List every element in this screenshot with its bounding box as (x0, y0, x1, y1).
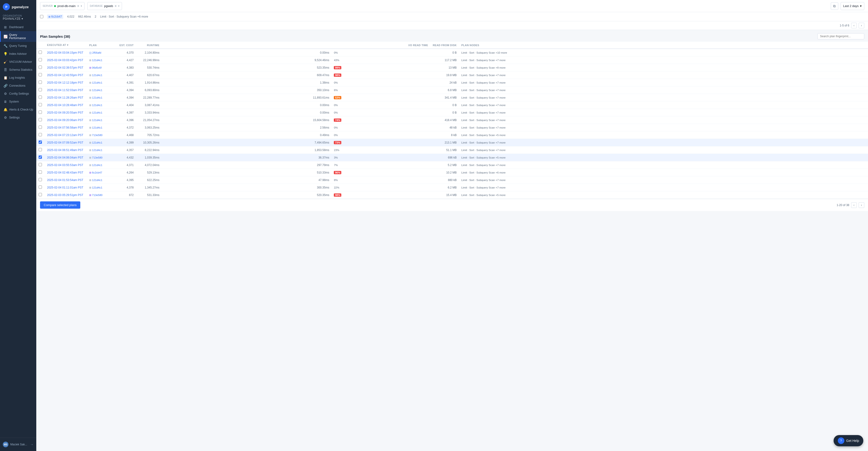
sidebar-item-alerts[interactable]: 🔔 Alerts & Check-Up (0, 106, 36, 114)
row-checkbox[interactable] (39, 58, 42, 61)
row-checkbox[interactable] (39, 193, 42, 196)
sidebar-item-vacuum-advisor[interactable]: 🧹 VACUUM Advisor (0, 58, 36, 66)
executed-at-link[interactable]: 2025-02-04 02:39:57pm PST (47, 66, 83, 69)
executed-at-link[interactable]: 2025-02-04 11:28:26am PST (47, 96, 83, 99)
plan-id-link[interactable]: 121d4c1 (92, 96, 102, 99)
db-close-icon[interactable]: ✕ (115, 4, 117, 8)
row-checkbox[interactable] (39, 88, 42, 91)
plan-id-link[interactable]: 2f56afd (92, 51, 101, 54)
plan-id-link[interactable]: 121d4c1 (92, 104, 102, 107)
plan-id-link[interactable]: 121d4c1 (92, 81, 102, 84)
executed-at-link[interactable]: 2025-02-04 07:09:52am PST (47, 141, 83, 144)
plan-id-link[interactable]: 121d4c1 (92, 141, 102, 144)
io-pct-text: 7% (334, 164, 338, 167)
executed-at-link[interactable]: 2025-02-04 03:04:15pm PST (47, 51, 83, 54)
executed-at-link[interactable]: 2025-02-04 03:03:42pm PST (47, 59, 83, 62)
plan-id-link[interactable]: 121d4c1 (92, 59, 102, 62)
nodes-text: Limit · Sort · Subquery Scan +7 more (461, 96, 506, 99)
executed-at-link[interactable]: 2025-02-04 01:53:54am PST (47, 178, 83, 182)
logout-icon[interactable]: → (30, 443, 33, 446)
plan-id-link[interactable]: 713e580 (92, 134, 102, 137)
server-close-icon[interactable]: ✕ (77, 4, 80, 8)
sidebar-logo[interactable]: P pganalyze (0, 0, 36, 13)
row-checkbox[interactable] (39, 148, 42, 151)
executed-at-link[interactable]: 2025-02-04 10:28:48am PST (47, 103, 83, 107)
executed-at-link[interactable]: 2025-02-03 05:29:51pm PST (47, 193, 83, 197)
row-io-time: 297.79ms (162, 161, 332, 169)
row-checkbox[interactable] (39, 118, 42, 121)
row-checkbox[interactable] (39, 125, 42, 129)
sidebar-user[interactable]: MS Maciek Sak... → (0, 440, 36, 449)
sidebar-item-connections[interactable]: 🔗 Connections (0, 82, 36, 90)
db-dropdown-icon[interactable]: ▾ (118, 5, 119, 7)
compare-selected-plans-button[interactable]: Compare selected plans (40, 201, 80, 209)
next-page-button[interactable]: › (859, 23, 864, 28)
executed-at-link[interactable]: 2025-02-04 12:43:55pm PST (47, 73, 83, 77)
plan-search-input[interactable] (817, 33, 864, 39)
prev-page-button[interactable]: ‹ (851, 23, 857, 28)
row-checkbox[interactable] (39, 81, 42, 84)
plan-id-link[interactable]: 121d4c1 (92, 179, 102, 181)
plan-id-link[interactable]: 6c2cb47 (92, 171, 102, 174)
row-checkbox[interactable] (39, 163, 42, 166)
plan-id-link[interactable]: 121d4c1 (92, 164, 102, 167)
row-checkbox[interactable] (39, 73, 42, 76)
sidebar-item-query-tuning[interactable]: 🔧 Query Tuning (0, 42, 36, 50)
time-range-selector[interactable]: Last 2 days ▾ (841, 2, 865, 10)
server-dropdown-icon[interactable]: ▾ (81, 5, 82, 7)
sidebar-item-settings[interactable]: ⚙ Settings (0, 114, 36, 122)
executed-at-link[interactable]: 2025-02-04 04:06:04am PST (47, 156, 83, 159)
row-io-pct: 53% (332, 94, 430, 101)
executed-at-link[interactable]: 2025-02-04 09:20:06am PST (47, 119, 83, 122)
plan-id-link[interactable]: 121d4c1 (92, 119, 102, 122)
row-checkbox[interactable] (39, 103, 42, 106)
plan-id-badge: ⊞ 121d4c1 (89, 74, 102, 77)
sidebar-item-schema-statistics[interactable]: 🗄 Schema Statistics (0, 66, 36, 74)
row-checkbox[interactable] (39, 155, 42, 159)
row-checkbox[interactable] (39, 66, 42, 69)
plan-id-link[interactable]: 06d5c6f (92, 66, 102, 69)
executed-at-link[interactable]: 2025-02-04 12:12:18pm PST (47, 81, 83, 84)
row-checkbox[interactable] (39, 141, 42, 144)
plan-id-link[interactable]: 121d4c1 (92, 89, 102, 92)
plan-id-link[interactable]: 121d4c1 (92, 186, 102, 189)
row-checkbox[interactable] (39, 171, 42, 174)
executed-at-link[interactable]: 2025-02-04 11:52:03am PST (47, 89, 83, 92)
sidebar-item-index-advisor[interactable]: 💡 Index Advisor (0, 50, 36, 58)
row-checkbox[interactable] (39, 133, 42, 136)
executed-at-link[interactable]: 2025-02-04 01:11:01am PST (47, 186, 83, 189)
sidebar-item-dashboard[interactable]: ⊞ Dashboard (0, 23, 36, 31)
next-page-bottom-button[interactable]: › (859, 202, 864, 208)
open-external-button[interactable]: ⧉ (831, 2, 838, 10)
executed-at-link[interactable]: 2025-02-04 07:56:58am PST (47, 126, 83, 129)
top-row-checkbox[interactable] (40, 15, 43, 18)
executed-at-link[interactable]: 2025-02-04 06:51:49am PST (47, 148, 83, 152)
plan-id-link[interactable]: 121d4c1 (92, 74, 102, 77)
row-checkbox[interactable] (39, 95, 42, 99)
database-filter[interactable]: Database pgweb ✕ ▾ (87, 2, 122, 10)
row-checkbox[interactable] (39, 178, 42, 181)
executed-at-link[interactable]: 2025-02-04 07:23:12am PST (47, 133, 83, 137)
top-plan-badge[interactable]: ⊠ 6c2cb47 (47, 14, 63, 19)
row-checkbox[interactable] (39, 51, 42, 54)
sidebar-item-log-insights[interactable]: 📋 Log Insights (0, 74, 36, 82)
plan-id-link[interactable]: 121d4c1 (92, 149, 102, 151)
prev-page-bottom-button[interactable]: ‹ (851, 202, 857, 208)
sidebar-item-query-performance[interactable]: 📈 Query Performance (0, 31, 36, 42)
executed-at-link[interactable]: 2025-02-04 09:20:55am PST (47, 111, 83, 114)
get-help-button[interactable]: ? Get Help (834, 435, 863, 446)
sidebar-item-system[interactable]: 🖥 System (0, 98, 36, 106)
plan-id-link[interactable]: 713e580 (92, 156, 102, 159)
plan-id-link[interactable]: 121d4c1 (92, 126, 102, 129)
plan-id-link[interactable]: 121d4c1 (92, 111, 102, 114)
col-header-executed[interactable]: EXECUTED AT ▾ (45, 42, 87, 49)
sidebar-item-config-settings[interactable]: ⚙ Config Settings (0, 90, 36, 98)
row-checkbox[interactable] (39, 111, 42, 114)
row-checkbox[interactable] (39, 185, 42, 189)
executed-at-link[interactable]: 2025-02-04 03:55:53am PST (47, 163, 83, 167)
executed-at-link[interactable]: 2025-02-04 02:48:43am PST (47, 171, 83, 174)
plan-id-link[interactable]: 713e580 (92, 194, 102, 197)
row-io-pct: 43% (332, 56, 430, 64)
org-name[interactable]: pganalyze ▾ (3, 17, 33, 20)
server-filter[interactable]: Server prod-db-main ✕ ▾ (40, 2, 85, 10)
